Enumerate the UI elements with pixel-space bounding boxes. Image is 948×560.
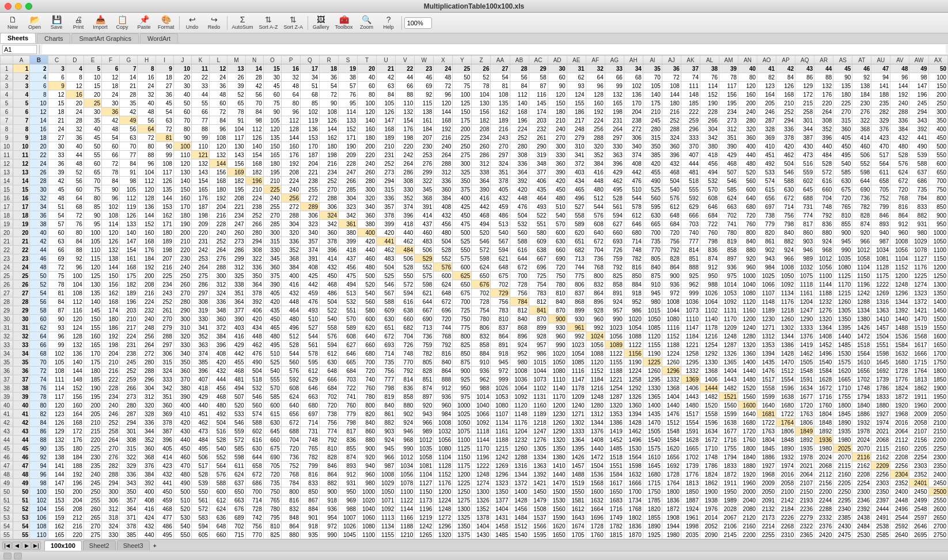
cell-4-20[interactable]: 80 [358,90,377,99]
cell-17-20[interactable]: 340 [358,203,377,211]
row-header-20[interactable]: 20 [1,228,13,237]
cell-37-34[interactable]: 1258 [624,375,643,384]
cell-5-2[interactable]: 10 [30,99,48,108]
cell-40-28[interactable]: 1120 [510,401,529,410]
cell-54-43[interactable]: 2322 [795,522,814,531]
cell-17-34[interactable]: 578 [624,203,643,211]
cell-38-37[interactable]: 1406 [681,384,700,393]
cell-23-27[interactable]: 621 [491,254,510,263]
cell-49-10[interactable]: 490 [173,479,191,487]
cell-18-21[interactable]: 378 [377,211,396,220]
cell-43-38[interactable]: 1634 [700,427,719,436]
cell-26-18[interactable]: 468 [320,280,339,289]
cell-55-12[interactable]: 660 [210,531,227,539]
cell-53-25[interactable]: 1325 [453,513,472,522]
cell-5-14[interactable]: 70 [245,99,263,108]
cell-5-4[interactable]: 20 [66,99,84,108]
cell-39-23[interactable]: 897 [415,393,434,401]
cell-19-30[interactable]: 570 [548,220,567,228]
cell-52-35[interactable]: 1820 [643,505,662,513]
cell-20-19[interactable]: 380 [339,228,358,237]
cell-48-19[interactable]: 912 [339,470,358,479]
cell-42-28[interactable]: 1176 [510,418,529,427]
cell-7-45[interactable]: 315 [833,116,852,125]
cell-56-33[interactable]: 1848 [605,539,624,540]
cell-9-21[interactable]: 189 [377,134,396,142]
cell-47-17[interactable]: 799 [300,462,319,470]
cell-45-3[interactable]: 135 [48,444,66,453]
cell-30-7[interactable]: 210 [120,315,138,323]
cell-33-38[interactable]: 1254 [700,341,719,349]
cell-54-21[interactable]: 1134 [377,522,396,531]
cell-11-35[interactable]: 385 [643,151,662,159]
cell-41-18[interactable]: 738 [320,410,339,418]
cell-26-26[interactable]: 676 [472,280,491,289]
cell-24-39[interactable]: 936 [719,263,738,272]
cell-16-4[interactable]: 64 [66,194,84,203]
cell-38-33[interactable]: 1254 [605,384,624,393]
cell-20-10[interactable]: 200 [173,228,191,237]
cell-1-43[interactable]: 43 [795,64,814,73]
cell-19-23[interactable]: 437 [415,220,434,228]
cell-21-4[interactable]: 84 [66,237,84,246]
cell-22-36[interactable]: 792 [662,246,681,254]
cell-38-4[interactable]: 152 [66,384,84,393]
cell-20-43[interactable]: 860 [795,228,814,237]
cell-32-1[interactable]: 32 [13,332,30,341]
cell-17-22[interactable]: 374 [396,203,415,211]
cell-10-47[interactable]: 470 [871,142,890,151]
cell-7-11[interactable]: 77 [192,116,210,125]
cell-34-20[interactable]: 680 [358,349,377,358]
cell-20-9[interactable]: 180 [156,228,173,237]
cell-51-18[interactable]: 918 [320,496,339,505]
cell-53-31[interactable]: 1643 [567,513,586,522]
cell-42-35[interactable]: 1470 [643,418,662,427]
cell-42-1[interactable]: 42 [13,418,30,427]
cell-5-43[interactable]: 215 [795,99,814,108]
cell-39-37[interactable]: 1443 [681,393,700,401]
cell-32-7[interactable]: 224 [120,332,138,341]
cell-9-17[interactable]: 153 [300,134,319,142]
sort-az-button[interactable]: ⇅ Sort A-Z [257,14,280,32]
cell-54-6[interactable]: 324 [102,522,120,531]
cell-15-44[interactable]: 660 [814,185,833,194]
cell-56-38[interactable]: 2128 [700,539,719,540]
cell-55-27[interactable]: 1485 [491,531,510,539]
cell-53-27[interactable]: 1431 [491,513,510,522]
cell-3-34[interactable]: 102 [624,82,643,90]
cell-36-13[interactable]: 468 [227,367,245,375]
cell-45-33[interactable]: 1485 [605,444,624,453]
cell-18-48[interactable]: 864 [890,211,909,220]
cell-30-29[interactable]: 870 [529,315,548,323]
cell-12-42[interactable]: 504 [776,159,795,168]
cell-15-6[interactable]: 90 [102,185,120,194]
cell-17-35[interactable]: 595 [643,203,662,211]
cell-55-4[interactable]: 220 [66,531,84,539]
cell-5-8[interactable]: 40 [138,99,156,108]
cell-36-35[interactable]: 1260 [643,367,662,375]
cell-21-32[interactable]: 672 [586,237,605,246]
cell-17-8[interactable]: 136 [138,203,156,211]
cell-46-35[interactable]: 1610 [643,453,662,462]
cell-32-30[interactable]: 960 [548,332,567,341]
cell-12-27[interactable]: 324 [491,159,510,168]
cell-54-33[interactable]: 1782 [605,522,624,531]
cell-53-38[interactable]: 2014 [700,513,719,522]
cell-54-3[interactable]: 162 [48,522,66,531]
cell-33-37[interactable]: 1221 [681,341,700,349]
cell-32-20[interactable]: 640 [358,332,377,341]
cell-56-3[interactable]: 168 [48,539,66,540]
cell-35-38[interactable]: 1330 [700,358,719,367]
cell-25-12[interactable]: 300 [210,272,227,280]
cell-28-49[interactable]: 1372 [909,298,928,306]
cell-28-7[interactable]: 196 [120,298,138,306]
cell-17-49[interactable]: 833 [909,203,928,211]
cell-35-46[interactable]: 1610 [852,358,871,367]
cell-42-6[interactable]: 252 [102,418,120,427]
cell-26-6[interactable]: 156 [102,280,120,289]
row-header-31[interactable]: 31 [1,323,13,332]
undo-button[interactable]: ↩ Undo [182,14,203,32]
cell-20-24[interactable]: 480 [434,228,453,237]
cell-46-5[interactable]: 230 [84,453,101,462]
cell-34-12[interactable]: 408 [210,349,227,358]
